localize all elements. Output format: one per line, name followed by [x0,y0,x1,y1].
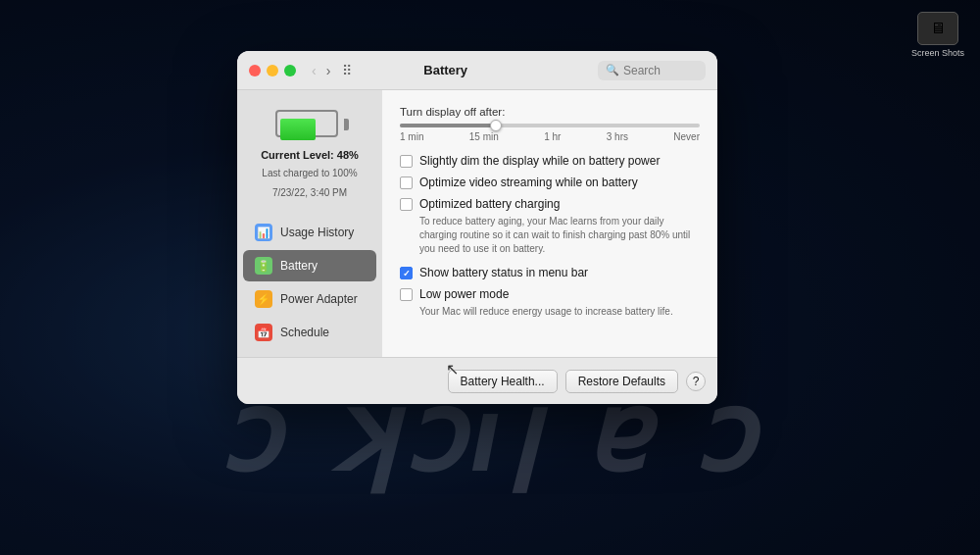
titlebar: ‹ › ⠿ Battery 🔍 [237,51,717,90]
screenshot-icon-label: Screen Shots [911,48,964,58]
close-button[interactable] [249,65,261,76]
sidebar: Current Level: 48% Last charged to 100% … [237,90,382,357]
sidebar-item-label: Usage History [280,226,354,239]
search-bar[interactable]: 🔍 [598,61,706,80]
traffic-lights [249,65,296,76]
power-adapter-icon: ⚡ [255,290,272,308]
minimize-button[interactable] [267,65,278,76]
optimized-charging-description: To reduce battery aging, your Mac learns… [419,215,700,256]
window-body: Current Level: 48% Last charged to 100% … [237,90,717,357]
slider-thumb[interactable] [490,120,502,131]
slider-label-1min: 1 min [400,131,423,142]
main-content: Turn display off after: 1 min 15 min 1 h… [382,90,717,357]
sidebar-item-schedule-label: Schedule [280,326,329,339]
dim-display-item: Slightly dim the display while on batter… [400,154,700,168]
slider-label-never: Never [673,131,700,142]
battery-terminal [344,119,349,130]
screenshot-app-icon[interactable]: 🖥 Screen Shots [911,12,964,58]
slider-track[interactable] [400,124,700,127]
window-title: Battery [293,63,598,77]
sidebar-items: 📊 Usage History 🔋 Battery ⚡ Power Adapte… [237,216,382,349]
slider-label-3hrs: 3 hrs [607,131,628,142]
optimized-charging-checkbox[interactable] [400,198,413,211]
restore-defaults-button[interactable]: Restore Defaults [565,370,678,393]
slider-label-1hr: 1 hr [544,131,561,142]
sidebar-item-power-adapter[interactable]: ⚡ Power Adapter [243,283,376,315]
slider-label-15min: 15 min [469,131,499,142]
help-button[interactable]: ? [686,372,706,391]
low-power-mode-item: Low power mode [400,287,700,301]
dim-display-checkbox[interactable] [400,155,413,168]
battery-info: Current Level: 48% Last charged to 100% … [237,106,382,216]
optimized-charging-item: Optimized battery charging [400,197,700,211]
battery-fill [280,119,316,140]
low-power-mode-checkbox[interactable] [400,288,413,301]
low-power-mode-description: Your Mac will reduce energy usage to inc… [419,305,700,319]
schedule-icon: 📅 [255,324,272,341]
battery-health-button[interactable]: Battery Health... [448,370,558,393]
low-power-mode-label: Low power mode [419,287,509,301]
battery-body [275,110,338,137]
sidebar-item-schedule[interactable]: 📅 Schedule [243,317,376,348]
optimize-video-item: Optimize video streaming while on batter… [400,176,700,189]
battery-preferences-window: ‹ › ⠿ Battery 🔍 Current Level: 48% Last … [237,51,717,404]
battery-graphic [275,106,344,143]
dim-display-label: Slightly dim the display while on batter… [419,154,660,168]
optimize-video-label: Optimize video streaming while on batter… [419,176,638,189]
usage-history-icon: 📊 [255,224,272,241]
show-battery-status-checkbox[interactable] [400,267,413,279]
show-battery-status-item: Show battery status in menu bar [400,266,700,279]
sidebar-item-usage-history[interactable]: 📊 Usage History [243,217,376,248]
screenshot-icon-glyph: 🖥 [930,20,946,37]
sidebar-item-power-label: Power Adapter [280,292,358,306]
search-icon: 🔍 [606,64,619,76]
slider-labels: 1 min 15 min 1 hr 3 hrs Never [400,131,700,142]
optimize-video-checkbox[interactable] [400,177,413,189]
battery-icon: 🔋 [255,257,272,275]
screenshot-icon-box: 🖥 [917,12,958,45]
slider-section-label: Turn display off after: [400,106,700,118]
battery-level: Current Level: 48% [261,149,359,161]
optimized-charging-label: Optimized battery charging [419,197,560,211]
search-input[interactable] [623,64,702,77]
bottom-toolbar: Battery Health... Restore Defaults ? [237,357,717,404]
display-off-slider-container: 1 min 15 min 1 hr 3 hrs Never [400,124,700,142]
sidebar-item-battery-label: Battery [280,259,318,273]
sidebar-item-battery[interactable]: 🔋 Battery [243,250,376,281]
show-battery-status-label: Show battery status in menu bar [419,266,588,279]
last-charged-label: Last charged to 100% [262,167,357,180]
charge-date: 7/23/22, 3:40 PM [272,186,347,200]
